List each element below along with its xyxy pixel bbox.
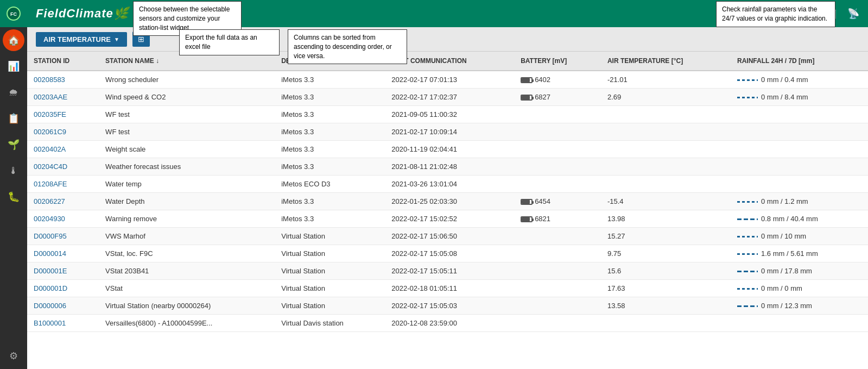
cell-device-type: iMetos 3.3 [275, 71, 385, 89]
cell-station-name: WF test [99, 123, 275, 141]
col-air-temp[interactable]: AIR TEMPERATURE [°C] [601, 52, 731, 71]
battery-indicator [521, 215, 535, 223]
cell-station-id[interactable]: D000001E [27, 262, 99, 280]
cell-station-name: Virtual Station (nearby 00000264) [99, 297, 275, 315]
sidebar-item-settings[interactable]: ⚙ [0, 343, 27, 369]
cell-station-id[interactable]: D0000006 [27, 297, 99, 315]
table-row: 002061C9WF testiMetos 3.32021-02-17 10:0… [27, 123, 868, 141]
cell-rainfall[interactable] [731, 123, 868, 141]
cell-device-type: Virtual Station [275, 228, 385, 245]
cell-last-comm: 2022-02-17 17:02:37 [385, 89, 514, 106]
cell-battery [514, 262, 601, 280]
sidebar-item-temperature[interactable]: 🌡 [0, 158, 27, 184]
cell-station-name: Water Depth [99, 193, 275, 210]
cell-last-comm: 2022-02-17 15:05:11 [385, 262, 514, 280]
cell-station-id[interactable]: D000001D [27, 280, 99, 297]
leaf-icon: 🌱 [8, 139, 20, 151]
sidebar-item-weather[interactable]: 🌧 [0, 79, 27, 105]
cell-station-name: Warning remove [99, 210, 275, 228]
cell-last-comm: 2021-08-11 21:02:48 [385, 158, 514, 176]
cell-device-type: iMetos 3.3 [275, 141, 385, 158]
sidebar-item-home[interactable]: 🏠 [3, 29, 24, 51]
cell-device-type: iMetos 3.3 [275, 89, 385, 106]
cell-battery [514, 158, 601, 176]
chart-icon: 📊 [8, 60, 20, 72]
cell-last-comm: 2021-09-05 11:00:32 [385, 106, 514, 123]
cell-last-comm: 2022-01-25 02:03:30 [385, 193, 514, 210]
table-row: 00204930Warning removeiMetos 3.32022-02-… [27, 210, 868, 228]
cell-rainfall[interactable]: 0 mm / 8.4 mm [731, 89, 868, 106]
cell-station-id[interactable]: 002061C9 [27, 123, 99, 141]
cell-station-name: VStat 203B41 [99, 262, 275, 280]
cell-device-type: iMetos 3.3 [275, 106, 385, 123]
cell-air-temp: 17.63 [601, 280, 731, 297]
cell-rainfall[interactable]: 0 mm / 10 mm [731, 228, 868, 245]
temperature-icon: 🌡 [9, 165, 18, 177]
sidebar-item-bug[interactable]: 🐛 [0, 184, 27, 210]
cell-rainfall[interactable] [731, 176, 868, 193]
cell-battery [514, 106, 601, 123]
battery-indicator [521, 76, 535, 84]
cell-rainfall[interactable] [731, 315, 868, 332]
cell-rainfall[interactable] [731, 106, 868, 123]
cell-rainfall[interactable]: 0.8 mm / 40.4 mm [731, 210, 868, 228]
cell-station-id[interactable]: 0020402A [27, 141, 99, 158]
cell-last-comm: 2020-12-08 23:59:00 [385, 315, 514, 332]
col-battery[interactable]: BATTERY [mV] [514, 52, 601, 71]
cell-rainfall[interactable]: 0 mm / 12.3 mm [731, 297, 868, 315]
cell-device-type: iMetos ECO D3 [275, 176, 385, 193]
cell-station-id[interactable]: 00203AAE [27, 89, 99, 106]
cell-station-name: Wrong scheduler [99, 71, 275, 89]
cell-last-comm: 2022-02-18 01:05:11 [385, 280, 514, 297]
cell-device-type: iMetos 3.3 [275, 158, 385, 176]
cell-station-id[interactable]: 01208AFE [27, 176, 99, 193]
wifi-icon[interactable]: 📡 [847, 8, 859, 20]
cell-last-comm: 2022-02-17 15:02:52 [385, 210, 514, 228]
col-station-id[interactable]: STATION ID [27, 52, 99, 71]
cell-station-id[interactable]: 00206227 [27, 193, 99, 210]
table-area: STATION ID STATION NAME ↓ DEVICE TYPE LA… [27, 52, 868, 369]
table-row: D000001EVStat 203B41Virtual Station2022-… [27, 262, 868, 280]
cell-station-id[interactable]: D0000F95 [27, 228, 99, 245]
cell-battery: 6454 [514, 193, 601, 210]
rainfall-line-dashed [737, 236, 758, 237]
table-row: 00203AAEWind speed & CO2iMetos 3.32022-0… [27, 89, 868, 106]
sidebar-item-chart[interactable]: 📊 [0, 53, 27, 79]
air-temp-dropdown[interactable]: AIR TEMPERATURE ▼ [36, 32, 127, 47]
cell-last-comm: 2021-03-26 13:01:04 [385, 176, 514, 193]
cell-rainfall[interactable] [731, 158, 868, 176]
bug-icon: 🐛 [8, 191, 20, 203]
cell-last-comm: 2022-02-17 15:05:08 [385, 245, 514, 262]
cell-station-id[interactable]: 002035FE [27, 106, 99, 123]
cell-station-name: VWS Marhof [99, 228, 275, 245]
cell-station-name: VStat [99, 280, 275, 297]
table-row: D0000F95VWS MarhofVirtual Station2022-02… [27, 228, 868, 245]
rainfall-line-mixed [737, 305, 758, 307]
table-row: 00208583Wrong scheduleriMetos 3.32022-02… [27, 71, 868, 89]
table-row: B1000001Versailles(6800) - A100004599E..… [27, 315, 868, 332]
sidebar-item-list[interactable]: 📋 [0, 105, 27, 132]
cell-station-id[interactable]: 00208583 [27, 71, 99, 89]
list-icon: 📋 [8, 112, 20, 124]
cell-station-id[interactable]: B1000001 [27, 315, 99, 332]
cell-rainfall[interactable]: 0 mm / 0.4 mm [731, 71, 868, 89]
tooltip-rainfall: Check rainfall parameters via the 24/7 v… [716, 1, 835, 27]
cell-battery: 6402 [514, 71, 601, 89]
tooltip-sort: Columns can be sorted from ascending to … [288, 29, 407, 64]
rainfall-line-dashed [737, 288, 758, 290]
cell-device-type: Virtual Station [275, 245, 385, 262]
cell-rainfall[interactable]: 0 mm / 0 mm [731, 280, 868, 297]
cell-rainfall[interactable]: 1.6 mm / 5.61 mm [731, 245, 868, 262]
cell-station-id[interactable]: 00204C4D [27, 158, 99, 176]
cell-rainfall[interactable]: 0 mm / 1.2 mm [731, 193, 868, 210]
sidebar-item-leaf[interactable]: 🌱 [0, 132, 27, 158]
cell-station-id[interactable]: 00204930 [27, 210, 99, 228]
cell-last-comm: 2021-02-17 10:09:14 [385, 123, 514, 141]
cell-rainfall[interactable]: 0 mm / 17.8 mm [731, 262, 868, 280]
cell-rainfall[interactable] [731, 141, 868, 158]
cell-battery: 6821 [514, 210, 601, 228]
col-rainfall[interactable]: RAINFALL 24H / 7D [mm] [731, 52, 868, 71]
cell-station-id[interactable]: D0000014 [27, 245, 99, 262]
cell-air-temp [601, 106, 731, 123]
cell-air-temp: -15.4 [601, 193, 731, 210]
